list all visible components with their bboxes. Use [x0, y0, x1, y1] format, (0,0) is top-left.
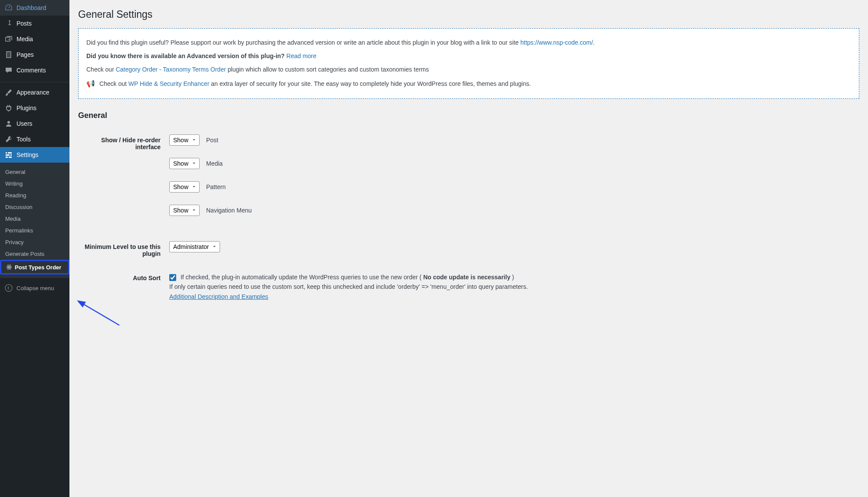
menu-item-comments[interactable]: Comments: [0, 62, 69, 78]
svg-rect-5: [6, 154, 12, 156]
auto-sort-checkbox[interactable]: [169, 274, 176, 281]
svg-point-14: [5, 284, 12, 291]
megaphone-icon: 📢: [86, 80, 95, 87]
sub-item-privacy[interactable]: Privacy: [0, 236, 69, 248]
category-order-link[interactable]: Category Order - Taxonomy Terms Order: [116, 66, 226, 73]
collapse-label: Collapse menu: [16, 285, 54, 291]
wp-hide-link[interactable]: WP Hide & Security Enhancer: [128, 80, 210, 87]
reorder-row-2: ShowPattern: [169, 181, 855, 193]
menu-item-appearance[interactable]: Appearance: [0, 85, 69, 100]
collapse-icon: [4, 284, 13, 292]
page-title: General Settings: [78, 9, 859, 20]
brush-icon: [4, 88, 13, 97]
atom-icon: [5, 263, 13, 271]
svg-rect-2: [7, 52, 11, 58]
reorder-row-1: ShowMedia: [169, 158, 855, 169]
notice-line-1: Did you find this plugin useful? Please …: [86, 38, 851, 47]
sub-item-generate-posts[interactable]: Generate Posts: [0, 248, 69, 260]
menu-item-tools[interactable]: Tools: [0, 131, 69, 147]
sub-item-permalinks[interactable]: Permalinks: [0, 225, 69, 236]
reorder-select-0[interactable]: Show: [169, 134, 200, 146]
auto-sort-label: Auto Sort: [78, 266, 165, 308]
plugin-icon: [4, 104, 13, 112]
min-level-label: Minimum Level to use this plugin: [78, 235, 165, 266]
reorder-select-3[interactable]: Show: [169, 205, 200, 216]
read-more-link[interactable]: Read more: [286, 52, 316, 59]
svg-rect-8: [10, 154, 10, 156]
menu-item-pages[interactable]: Pages: [0, 47, 69, 62]
min-level-select[interactable]: Administrator: [169, 241, 220, 252]
reorder-type-label: Navigation Menu: [206, 207, 252, 214]
wrench-icon: [4, 135, 13, 144]
comment-icon: [4, 66, 13, 75]
reorder-row-0: ShowPost: [169, 134, 855, 146]
menu-item-settings[interactable]: Settings: [0, 147, 69, 163]
sliders-icon: [4, 150, 13, 159]
additional-desc-link[interactable]: Additional Description and Examples: [169, 293, 268, 300]
reorder-type-label: Media: [206, 160, 223, 167]
menu-separator: [0, 80, 69, 82]
reorder-label: Show / Hide re-order interface: [78, 128, 165, 235]
menu-item-users[interactable]: Users: [0, 116, 69, 131]
user-icon: [4, 119, 13, 128]
reorder-select-2[interactable]: Show: [169, 181, 200, 193]
settings-form: Show / Hide re-order interface ShowPostS…: [78, 128, 859, 308]
nsp-link[interactable]: https://www.nsp-code.com/: [520, 39, 593, 46]
notice-line-3: Check our Category Order - Taxonomy Term…: [86, 65, 851, 74]
reorder-select-1[interactable]: Show: [169, 158, 200, 169]
reorder-type-label: Pattern: [206, 183, 226, 190]
main-content: General Settings Did you find this plugi…: [69, 0, 868, 497]
sub-item-media[interactable]: Media: [0, 213, 69, 225]
svg-rect-9: [8, 156, 9, 158]
pin-icon: [4, 19, 13, 28]
media-icon: [4, 35, 13, 43]
dashboard-icon: [4, 3, 13, 12]
reorder-type-label: Post: [206, 137, 218, 144]
page-icon: [4, 50, 13, 59]
menu-item-posts[interactable]: Posts: [0, 16, 69, 31]
notice-line-2: Did you know there is available an Advan…: [86, 52, 851, 61]
menu-item-media[interactable]: Media: [0, 31, 69, 47]
reorder-row-3: ShowNavigation Menu: [169, 205, 855, 216]
admin-sidebar: DashboardPostsMediaPagesComments Appeara…: [0, 0, 69, 497]
auto-sort-desc: If checked, the plug-in automatically up…: [169, 272, 855, 301]
collapse-menu[interactable]: Collapse menu: [0, 280, 69, 296]
svg-rect-7: [7, 152, 8, 154]
svg-rect-4: [6, 152, 12, 154]
sub-item-post-types-order[interactable]: Post Types Order: [0, 260, 69, 275]
menu-item-dashboard[interactable]: Dashboard: [0, 0, 69, 16]
notice-line-4: 📢 Check out WP Hide & Security Enhancer …: [86, 78, 851, 89]
sub-item-writing[interactable]: Writing: [0, 178, 69, 190]
svg-point-3: [7, 121, 10, 124]
plugin-notice: Did you find this plugin useful? Please …: [78, 28, 859, 99]
sub-item-general[interactable]: General: [0, 166, 69, 178]
sub-item-reading[interactable]: Reading: [0, 190, 69, 201]
menu-item-plugins[interactable]: Plugins: [0, 100, 69, 116]
sub-item-discussion[interactable]: Discussion: [0, 201, 69, 213]
settings-submenu: GeneralWritingReadingDiscussionMediaPerm…: [0, 163, 69, 278]
svg-point-10: [8, 266, 10, 268]
section-heading: General: [78, 111, 859, 120]
